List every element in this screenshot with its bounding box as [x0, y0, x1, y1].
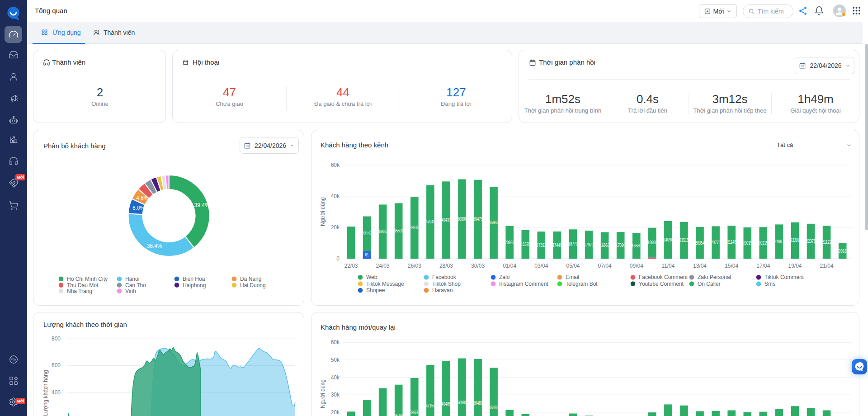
svg-text:40k: 40k — [331, 374, 340, 381]
svg-text:Sms: Sms — [764, 281, 775, 287]
svg-text:Facebook: Facebook — [432, 274, 457, 280]
svg-text:50480: 50480 — [473, 401, 483, 406]
svg-text:Nha Trang: Nha Trang — [67, 288, 92, 294]
svg-text:Vinh: Vinh — [125, 288, 136, 294]
svg-text:Telegram Bot: Telegram Bot — [566, 281, 598, 287]
svg-text:47154: 47154 — [425, 403, 435, 408]
svg-text:50k: 50k — [331, 357, 340, 363]
svg-text:50880: 50880 — [458, 400, 467, 405]
svg-text:Shopee: Shopee — [366, 287, 385, 293]
svg-text:30k: 30k — [331, 392, 340, 398]
svg-text:Can Tho: Can Tho — [125, 282, 146, 288]
svg-text:20k: 20k — [331, 409, 340, 416]
svg-text:Zalo Personal: Zalo Personal — [698, 274, 731, 280]
svg-text:Tiktok Message: Tiktok Message — [366, 281, 404, 287]
svg-text:Youtube Comment: Youtube Comment — [639, 281, 684, 287]
svg-text:Bien Hoa: Bien Hoa — [183, 276, 205, 282]
svg-text:Hai Duong: Hai Duong — [240, 282, 266, 288]
svg-text:800: 800 — [52, 336, 61, 342]
svg-text:Email: Email — [566, 274, 579, 280]
svg-text:49485: 49485 — [441, 402, 451, 407]
svg-text:400: 400 — [52, 389, 61, 396]
svg-text:Hanoi: Hanoi — [125, 276, 139, 282]
svg-text:35095: 35095 — [394, 413, 403, 416]
svg-text:Zalo: Zalo — [499, 274, 510, 280]
svg-text:45485: 45485 — [489, 405, 499, 410]
svg-text:Haravan: Haravan — [432, 287, 453, 293]
svg-text:Web: Web — [366, 274, 377, 280]
svg-text:Ho Chi Minh City: Ho Chi Minh City — [67, 276, 108, 282]
svg-text:Haiphong: Haiphong — [183, 282, 206, 288]
svg-text:600: 600 — [52, 362, 61, 369]
svg-text:Tiktok Comment: Tiktok Comment — [764, 274, 804, 280]
svg-text:Facebook Comment: Facebook Comment — [639, 274, 688, 280]
svg-text:On Caller: On Caller — [698, 281, 721, 287]
svg-text:39650: 39650 — [410, 410, 419, 415]
svg-text:Người dùng: Người dùng — [320, 379, 326, 408]
svg-text:Lượng khách hàng: Lượng khách hàng — [42, 370, 49, 416]
svg-text:Da Nang: Da Nang — [240, 276, 261, 282]
svg-text:Instagram Comment: Instagram Comment — [499, 281, 548, 287]
svg-text:60k: 60k — [331, 339, 340, 345]
svg-text:Thu Dau Mot: Thu Dau Mot — [67, 282, 99, 288]
svg-text:Tiktok Shop: Tiktok Shop — [432, 281, 461, 287]
